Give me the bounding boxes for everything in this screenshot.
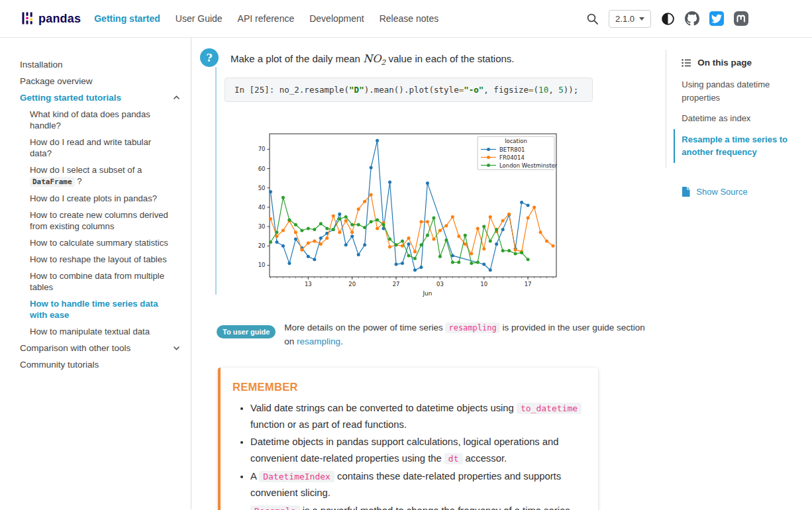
svg-text:10: 10 [480, 281, 487, 287]
toc-item[interactable]: Resample a time series to another freque… [674, 129, 793, 163]
inline-link[interactable]: resampling [297, 336, 340, 346]
to-user-guide-badge[interactable]: To user guide [217, 325, 276, 338]
theme-toggle-button[interactable] [661, 12, 675, 26]
on-this-page-header: On this page [682, 58, 812, 68]
code-token: = [529, 85, 534, 95]
svg-text:20: 20 [348, 281, 356, 287]
sidebar-item-label: Package overview [20, 76, 180, 87]
sidebar-item[interactable]: What kind of data does pandas handle? [20, 106, 180, 134]
sidebar-item-label: Comparison with other tools [20, 342, 173, 354]
sidebar-item-label: How to reshape the layout of tables [30, 254, 180, 265]
svg-text:03: 03 [436, 281, 444, 287]
sidebar-item[interactable]: How to reshape the layout of tables [20, 251, 180, 268]
svg-text:BETR801: BETR801 [499, 146, 525, 152]
no2-plot: 10203040506070132027031017JunlocationBET… [228, 114, 599, 302]
sidebar-item[interactable]: How to handle time series data with ease [20, 295, 180, 323]
svg-text:FR04014: FR04014 [499, 154, 525, 160]
math-no2: NO2 [363, 52, 385, 65]
sidebar-item[interactable]: Getting started tutorials [20, 89, 180, 106]
toc-item[interactable]: Datetime as index [682, 108, 801, 129]
svg-text:10: 10 [258, 262, 266, 268]
sidebar-item-label: How do I create plots in pandas? [30, 193, 180, 204]
sidebar-item[interactable]: Package overview [20, 73, 180, 89]
sidebar-item[interactable]: How to create new columns derived from e… [20, 207, 180, 234]
sidebar-item[interactable]: How do I create plots in pandas? [20, 190, 180, 207]
chevron-up-icon[interactable] [173, 95, 180, 100]
sidebar-item-label: Community tutorials [20, 359, 180, 370]
exercise-left-rule [215, 67, 217, 295]
chevron-down-icon[interactable] [173, 346, 180, 350]
show-source-link[interactable]: Show Source [682, 187, 812, 197]
list-icon [682, 58, 691, 68]
sidebar-item-label: How to manipulate textual data [30, 326, 180, 337]
nav-item-release-notes[interactable]: Release notes [380, 13, 439, 24]
svg-text:50: 50 [258, 184, 266, 191]
svg-text:17: 17 [525, 281, 532, 287]
theme-toggle-icon [661, 12, 675, 26]
remember-bullet: A DatetimeIndex contains these date-rela… [250, 468, 582, 501]
no2-daily-mean-figure: 10203040506070132027031017JunlocationBET… [228, 114, 650, 305]
version-label: 2.1.0 [615, 14, 634, 24]
inline-code-chip: DataFrame [30, 177, 75, 187]
sidebar-item-label: How to calculate summary statistics [30, 237, 180, 248]
nav-item-getting-started[interactable]: Getting started [94, 13, 160, 24]
sidebar-item[interactable]: How to calculate summary statistics [20, 234, 180, 251]
exercise-prompt: Make a plot of the daily mean NO2 value … [230, 48, 650, 68]
remember-bullet: Resample is a powerful method to change … [250, 503, 582, 510]
remember-bullet: Datetime objects in pandas support calcu… [250, 434, 582, 467]
svg-text:60: 60 [258, 165, 266, 172]
inline-code-chip: resampling [445, 323, 499, 333]
pandas-logo-icon [22, 11, 33, 26]
svg-text:location: location [505, 138, 527, 144]
svg-text:40: 40 [258, 203, 266, 210]
remember-bullet-list: Valid date strings can be converted to d… [232, 400, 582, 510]
svg-text:London Westminster: London Westminster [499, 162, 558, 168]
sidebar-item[interactable]: How do I select a subset of a DataFrame … [20, 162, 180, 190]
brand-name: pandas [38, 12, 81, 26]
nav-item-development[interactable]: Development [309, 13, 364, 24]
twitter-icon [709, 11, 724, 26]
github-button[interactable] [685, 11, 699, 26]
nav-item-api-reference[interactable]: API reference [238, 13, 295, 24]
sidebar-item-label: Installation [20, 59, 180, 70]
sidebar-item-label: How to create new columns derived from e… [30, 209, 180, 232]
user-guide-callout: To user guide More details on the power … [217, 321, 650, 349]
navbar-end: 2.1.0 [586, 10, 748, 28]
twitter-button[interactable] [709, 11, 724, 26]
code-token: , figsize [483, 85, 529, 95]
user-guide-text: More details on the power of time series… [284, 321, 650, 349]
inline-code-chip: to_datetime [517, 403, 582, 414]
sidebar-item[interactable]: Installation [20, 56, 180, 73]
sidebar-item[interactable]: Community tutorials [20, 356, 180, 373]
code-token: , [548, 85, 558, 95]
pandas-logo[interactable]: pandas [22, 11, 81, 26]
code-token: ( [534, 85, 539, 95]
mastodon-button[interactable] [734, 11, 748, 26]
main-nav: Getting startedUser GuideAPI referenceDe… [94, 13, 438, 24]
inline-code-chip: Resample [250, 505, 300, 510]
nav-item-user-guide[interactable]: User Guide [176, 13, 223, 24]
code-token: "-o" [464, 85, 483, 95]
sidebar-item[interactable]: Comparison with other tools [20, 340, 180, 356]
inline-code-chip: dt [444, 453, 463, 464]
svg-text:30: 30 [258, 223, 266, 230]
code-token: "D" [349, 85, 364, 95]
search-button[interactable] [586, 13, 599, 25]
sidebar-item[interactable]: How do I read and write tabular data? [20, 134, 180, 162]
sidebar-item-label: How to combine data from multiple tables [30, 270, 180, 293]
sidebar-item[interactable]: How to manipulate textual data [20, 323, 180, 340]
version-switcher[interactable]: 2.1.0 [609, 10, 651, 28]
sidebar-item[interactable]: How to combine data from multiple tables [20, 268, 180, 295]
primary-sidebar: InstallationPackage overviewGetting star… [0, 38, 191, 509]
mastodon-icon [734, 11, 748, 26]
chevron-down-icon [639, 17, 644, 21]
code-token: )); [564, 85, 579, 95]
sidebar-item-label: How to handle time series data with ease [30, 298, 180, 321]
remember-admonition: REMEMBER Valid date strings can be conve… [218, 368, 598, 510]
file-icon [682, 187, 690, 197]
svg-text:70: 70 [258, 146, 266, 152]
secondary-sidebar: On this page Using pandas datetime prope… [666, 38, 812, 509]
code-token: 5 [558, 85, 564, 95]
toc-item[interactable]: Using pandas datetime properties [682, 74, 801, 108]
svg-text:20: 20 [258, 242, 266, 249]
